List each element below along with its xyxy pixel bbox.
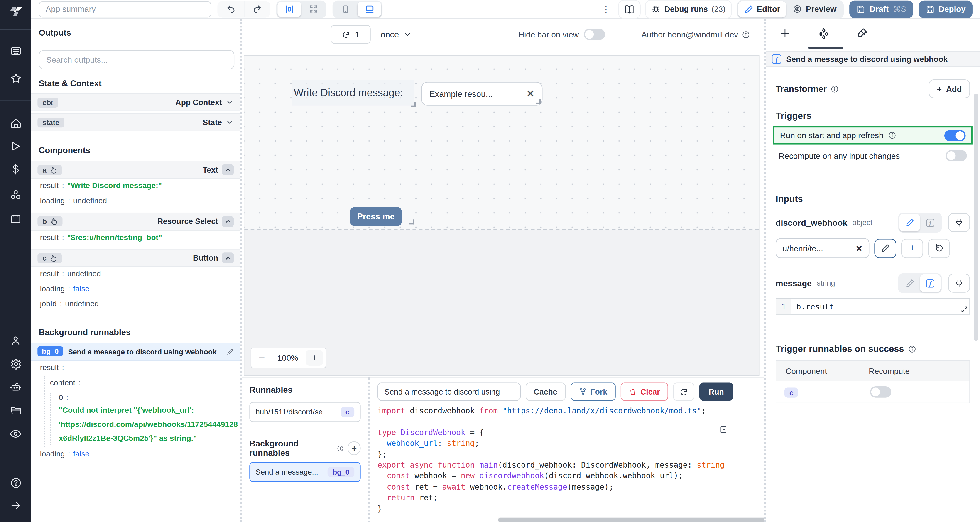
chevron-down-icon[interactable] xyxy=(226,98,234,107)
refresh-icon xyxy=(342,30,350,38)
zoom-out-button[interactable]: − xyxy=(254,353,270,363)
resize-handle[interactable] xyxy=(409,220,414,224)
collapse-chevron-up-icon[interactable] xyxy=(222,164,234,175)
schedules-calendar-icon[interactable] xyxy=(0,211,31,227)
dw-mode-segment: f xyxy=(898,213,942,232)
clear-button[interactable]: Clear xyxy=(620,382,668,401)
center-canvas-button[interactable] xyxy=(277,2,301,17)
mobile-view-button[interactable] xyxy=(334,2,358,17)
deploy-button[interactable]: Deploy xyxy=(918,0,972,18)
component-row-b[interactable]: b Resource Select xyxy=(31,212,240,231)
run-button[interactable]: Run xyxy=(699,382,733,401)
output-row-ctx[interactable]: ctx App Context xyxy=(31,93,240,111)
canvas-resource-select[interactable]: Example resou... ✕ xyxy=(421,82,542,106)
refresh-mode-select[interactable]: once xyxy=(381,30,412,39)
tab-insert-plus-icon[interactable] xyxy=(765,27,804,39)
recompute-toggle[interactable] xyxy=(945,150,967,161)
comp-a-loading: loading:undefined xyxy=(31,194,240,209)
audit-eye-icon[interactable] xyxy=(0,426,31,442)
plus-icon: + xyxy=(937,84,942,94)
clear-x-icon[interactable]: ✕ xyxy=(856,243,862,253)
collapse-chevron-up-icon[interactable] xyxy=(222,216,234,227)
clear-x-icon[interactable]: ✕ xyxy=(527,88,535,100)
recompute-c-toggle[interactable] xyxy=(870,386,891,398)
resize-handle[interactable] xyxy=(536,99,541,103)
runnable-item-c[interactable]: hub/1511/discord/se... c xyxy=(249,402,361,422)
refresh-icon xyxy=(679,387,688,396)
canvas-grid[interactable]: Write Discord message: Example resou... … xyxy=(244,56,759,230)
zoom-in-button[interactable]: + xyxy=(305,350,323,366)
variables-dollar-icon[interactable] xyxy=(0,161,31,178)
bg0-output-row[interactable]: bg_0 Send a message to discord using web… xyxy=(31,342,240,361)
windmill-logo-icon[interactable] xyxy=(0,4,31,20)
refresh-resource-button[interactable] xyxy=(928,239,950,258)
more-menu-button[interactable]: ⋮ xyxy=(599,4,613,14)
folders-icon[interactable] xyxy=(0,403,31,419)
settings-gear-icon[interactable] xyxy=(0,356,31,372)
refresh-count: 1 xyxy=(355,30,360,39)
component-row-a[interactable]: a Text xyxy=(31,161,240,179)
info-icon[interactable] xyxy=(742,30,750,38)
connect-plug-icon[interactable] xyxy=(948,213,970,232)
static-pencil-icon[interactable] xyxy=(899,274,920,292)
static-pencil-icon[interactable] xyxy=(899,214,920,231)
docs-book-button[interactable] xyxy=(619,0,640,18)
workspace-icon[interactable] xyxy=(0,43,31,59)
copy-clipboard-icon[interactable] xyxy=(719,425,727,434)
collapse-arrow-icon[interactable] xyxy=(0,497,31,513)
edit-pencil-icon[interactable] xyxy=(227,348,234,355)
resize-handle[interactable] xyxy=(410,102,415,107)
col-recompute: Recompute xyxy=(869,366,910,375)
code-editor[interactable]: import discordwebhook from "https://deno… xyxy=(377,406,757,517)
refresh-script-button[interactable] xyxy=(673,382,694,401)
tab-editor[interactable]: Editor xyxy=(738,1,786,17)
tab-preview[interactable]: Preview xyxy=(786,1,843,17)
device-toggle-group xyxy=(332,0,382,18)
search-outputs-input[interactable]: Search outputs... xyxy=(39,50,234,69)
draft-button[interactable]: Draft ⌘S xyxy=(850,0,913,18)
chevron-down-icon[interactable] xyxy=(226,118,234,126)
output-row-state[interactable]: state State xyxy=(31,113,240,131)
connect-plug-icon[interactable] xyxy=(948,274,970,293)
tab-style-paintbrush-icon[interactable] xyxy=(843,27,882,39)
canvas-text-component[interactable]: Write Discord message: xyxy=(292,80,414,106)
cache-button[interactable]: Cache xyxy=(526,382,565,401)
app-canvas[interactable]: Write Discord message: Example resou... … xyxy=(243,55,759,376)
help-question-icon[interactable] xyxy=(0,474,31,491)
resources-cubes-icon[interactable] xyxy=(0,187,31,203)
component-c-badge: c xyxy=(784,388,799,398)
collapse-chevron-up-icon[interactable] xyxy=(222,253,234,264)
code-line: const webhook = new discordwebhook(disco… xyxy=(377,471,757,482)
add-background-runnable-button[interactable]: + xyxy=(348,441,361,455)
app-summary-input[interactable]: App summary xyxy=(39,1,211,17)
resource-picker-input[interactable]: u/henri/te... ✕ xyxy=(776,238,869,258)
edit-resource-pencil-button[interactable] xyxy=(874,239,896,258)
debug-runs-button[interactable]: Debug runs (23) xyxy=(646,0,731,18)
canvas-text-value: Write Discord message: xyxy=(292,87,403,99)
desktop-view-button[interactable] xyxy=(358,2,381,17)
fullscreen-button[interactable] xyxy=(301,2,325,17)
favorites-star-icon[interactable] xyxy=(0,70,31,86)
eval-function-icon[interactable]: f xyxy=(920,214,941,231)
runnable-item-bg0[interactable]: Send a message... bg_0 xyxy=(249,462,361,482)
add-transformer-button[interactable]: + Add xyxy=(929,80,970,98)
expand-editor-icon[interactable] xyxy=(961,306,968,313)
add-resource-button[interactable]: + xyxy=(901,239,923,258)
workers-robot-icon[interactable] xyxy=(0,379,31,395)
hide-bar-toggle[interactable] xyxy=(584,29,605,40)
eval-function-icon[interactable]: f xyxy=(920,274,941,292)
home-icon[interactable] xyxy=(0,115,31,131)
undo-button[interactable] xyxy=(218,1,244,17)
component-row-c[interactable]: c Button xyxy=(31,249,240,267)
tab-settings-diamonds-icon[interactable] xyxy=(804,27,843,40)
run-on-start-toggle[interactable] xyxy=(944,130,966,141)
refresh-count-button[interactable]: 1 xyxy=(331,25,371,44)
message-expression-editor[interactable]: 1 b.result xyxy=(776,298,970,315)
redo-button[interactable] xyxy=(243,1,270,17)
users-person-icon[interactable] xyxy=(0,333,31,349)
canvas-press-me-button[interactable]: Press me xyxy=(350,207,402,226)
runs-play-icon[interactable] xyxy=(0,138,31,154)
vertical-scrollbar[interactable] xyxy=(974,94,978,341)
fork-button[interactable]: Fork xyxy=(570,382,616,401)
script-name-input[interactable]: Send a message to discord using xyxy=(377,382,520,401)
